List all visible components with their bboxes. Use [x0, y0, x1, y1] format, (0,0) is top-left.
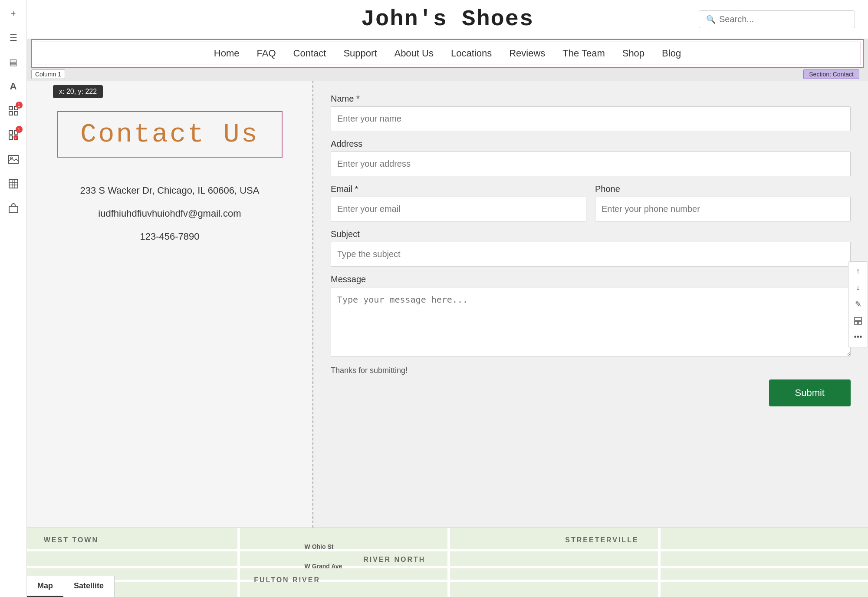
- map-label-w-grand: W Grand Ave: [305, 563, 342, 570]
- phone-input[interactable]: [595, 197, 851, 221]
- bag-icon[interactable]: [6, 201, 21, 215]
- message-textarea[interactable]: [331, 287, 851, 356]
- image-icon[interactable]: [6, 152, 21, 167]
- svg-rect-6: [9, 136, 13, 139]
- name-input[interactable]: [331, 106, 851, 131]
- nav-shop[interactable]: Shop: [622, 48, 644, 59]
- map-label-streeterville: STREETERVILLE: [565, 536, 638, 544]
- form-row-email-phone: Email * Phone: [331, 184, 851, 221]
- menu-icon[interactable]: ☰: [6, 30, 21, 45]
- map-label-w-ohio: W Ohio St: [305, 543, 334, 550]
- nav-home[interactable]: Home: [214, 48, 240, 59]
- contact-heading: Contact Us: [75, 119, 264, 150]
- form-col-email: Email *: [331, 184, 586, 221]
- nav-locations[interactable]: Locations: [451, 48, 492, 59]
- left-column: x: 20, y: 222 Contact Us 233 S Wacker Dr…: [27, 81, 313, 528]
- navbar-wrapper: Home FAQ Contact Support About Us Locati…: [31, 39, 864, 68]
- section-label: Section: Contact: [803, 69, 859, 79]
- svg-rect-3: [14, 112, 18, 115]
- contact-phone: 123-456-7890: [80, 225, 260, 248]
- contact-address: 233 S Wacker Dr, Chicago, IL 60606, USA: [80, 179, 260, 202]
- apps-icon[interactable]: 1: [6, 103, 21, 118]
- topbar: John's Shoes 🔍: [27, 0, 868, 39]
- more-button[interactable]: •••: [850, 330, 866, 345]
- submit-button[interactable]: Submit: [769, 379, 851, 406]
- svg-rect-4: [9, 131, 13, 134]
- column-label: Column 1: [31, 69, 65, 79]
- form-row-name: Name *: [331, 94, 851, 131]
- nav-faq[interactable]: FAQ: [257, 48, 276, 59]
- nav-about[interactable]: About Us: [394, 48, 434, 59]
- email-label: Email *: [331, 184, 586, 194]
- map-label-river-north: RIVER NORTH: [363, 556, 425, 564]
- map-area: WEST TOWN RIVER NORTH STREETERVILLE FULT…: [27, 528, 868, 597]
- map-tabs: Map Satellite: [27, 576, 115, 597]
- search-box[interactable]: 🔍: [699, 10, 855, 28]
- form-col-phone: Phone: [595, 184, 851, 221]
- search-input[interactable]: [719, 14, 848, 24]
- layout-button[interactable]: [850, 313, 866, 329]
- map-tab-satellite[interactable]: Satellite: [63, 576, 114, 597]
- address-label: Address: [331, 139, 851, 149]
- list-icon[interactable]: ▤: [6, 55, 21, 69]
- message-label: Message: [331, 274, 851, 284]
- email-input[interactable]: [331, 197, 586, 221]
- svg-rect-12: [9, 179, 18, 188]
- nav-team[interactable]: The Team: [562, 48, 605, 59]
- map-label-west-town: WEST TOWN: [44, 536, 99, 544]
- nav-contact[interactable]: Contact: [293, 48, 326, 59]
- down-button[interactable]: ↓: [850, 280, 866, 296]
- nav-blog[interactable]: Blog: [662, 48, 681, 59]
- address-input[interactable]: [331, 152, 851, 176]
- right-column: Name * Address Email * Phone: [313, 81, 868, 528]
- contact-heading-box: Contact Us: [57, 111, 283, 158]
- nav-support[interactable]: Support: [343, 48, 377, 59]
- svg-rect-18: [855, 317, 861, 320]
- map-background: WEST TOWN RIVER NORTH STREETERVILLE FULT…: [27, 528, 868, 597]
- map-label-fulton-river: FULTON RIVER: [254, 576, 320, 584]
- svg-rect-17: [9, 206, 18, 213]
- search-icon: 🔍: [706, 15, 716, 24]
- site-title: John's Shoes: [361, 7, 534, 32]
- thanks-text: Thanks for submitting!: [331, 366, 851, 375]
- grid-icon[interactable]: [6, 176, 21, 191]
- svg-rect-20: [858, 321, 861, 324]
- svg-text:1: 1: [15, 136, 16, 139]
- coordinates-tooltip: x: 20, y: 222: [53, 85, 103, 98]
- content-area: x: 20, y: 222 Contact Us 233 S Wacker Dr…: [27, 81, 868, 528]
- contact-email: iudfhiuhdfiuvhuiohdfv@gmail.com: [80, 202, 260, 225]
- right-controls-panel: ↑ ↓ ✎ •••: [848, 261, 868, 347]
- text-icon[interactable]: A: [6, 79, 21, 94]
- subject-input[interactable]: [331, 242, 851, 267]
- svg-rect-2: [9, 112, 13, 115]
- up-button[interactable]: ↑: [850, 264, 866, 279]
- badge-count: 1: [16, 102, 23, 109]
- form-row-address: Address: [331, 139, 851, 176]
- contact-form: Name * Address Email * Phone: [331, 94, 851, 406]
- pencil-button[interactable]: ✎: [850, 297, 866, 312]
- nav-reviews[interactable]: Reviews: [509, 48, 545, 59]
- form-row-subject: Subject: [331, 229, 851, 267]
- subject-label: Subject: [331, 229, 851, 239]
- name-label: Name *: [331, 94, 851, 104]
- contact-info: 233 S Wacker Dr, Chicago, IL 60606, USA …: [80, 179, 260, 248]
- navbar: Home FAQ Contact Support About Us Locati…: [32, 40, 863, 67]
- svg-rect-19: [855, 321, 858, 324]
- phone-label: Phone: [595, 184, 851, 194]
- apps2-icon[interactable]: 1 1: [6, 128, 21, 142]
- svg-rect-0: [9, 106, 13, 110]
- form-row-message: Message: [331, 274, 851, 358]
- map-tab-map[interactable]: Map: [27, 576, 63, 597]
- badge-count2: 1: [16, 126, 23, 133]
- sidebar: + ☰ ▤ A 1 1 1: [0, 0, 27, 597]
- main-area: John's Shoes 🔍 Home FAQ Contact Support …: [27, 0, 868, 597]
- plus-icon[interactable]: +: [6, 6, 21, 21]
- section-label-bar: Column 1 Section: Contact: [27, 68, 868, 81]
